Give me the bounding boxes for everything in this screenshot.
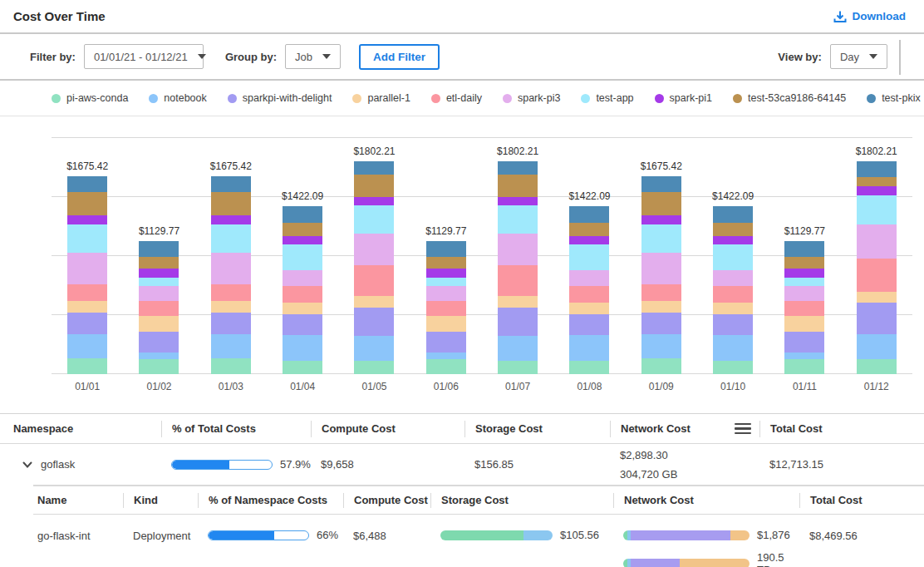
stacked-bar-01/04[interactable] bbox=[283, 206, 322, 374]
bar-segment-notebook[interactable] bbox=[426, 353, 466, 358]
bar-segment-test-app[interactable] bbox=[139, 278, 179, 287]
legend-item-pi-aws-conda[interactable]: pi-aws-conda bbox=[52, 92, 128, 104]
subcol-header-kind[interactable]: Kind bbox=[123, 493, 198, 508]
bar-segment-test-app[interactable] bbox=[713, 244, 753, 270]
bar-segment-pi-aws-conda[interactable] bbox=[784, 359, 824, 374]
bar-segment-pi-aws-conda[interactable] bbox=[857, 359, 897, 374]
bar-segment-spark-pi1[interactable] bbox=[641, 215, 681, 224]
bar-segment-parallel-1[interactable] bbox=[139, 316, 179, 332]
bar-segment-sparkpi-with-delight[interactable] bbox=[713, 314, 753, 336]
bar-segment-etl-daily[interactable] bbox=[354, 265, 394, 296]
stacked-bar-01/06[interactable] bbox=[426, 241, 466, 374]
bar-segment-spark-pi1[interactable] bbox=[784, 269, 824, 278]
bar-segment-etl-daily[interactable] bbox=[784, 301, 824, 316]
bar-segment-pi-aws-conda[interactable] bbox=[67, 358, 107, 374]
legend-item-test-app[interactable]: test-app bbox=[581, 92, 633, 104]
bar-segment-test-app[interactable] bbox=[426, 278, 466, 287]
bar-segment-spark-pi1[interactable] bbox=[354, 197, 394, 205]
stacked-bar-01/09[interactable] bbox=[641, 176, 681, 374]
bar-segment-spark-pi3[interactable] bbox=[67, 253, 107, 284]
bar-segment-sparkpi-with-delight[interactable] bbox=[354, 308, 394, 336]
bar-segment-test-app[interactable] bbox=[498, 205, 538, 234]
bar-segment-spark-pi1[interactable] bbox=[498, 197, 538, 205]
bar-segment-test-53ca9186-64145[interactable] bbox=[713, 223, 753, 236]
bar-segment-spark-pi3[interactable] bbox=[569, 270, 609, 285]
bar-segment-pi-aws-conda[interactable] bbox=[211, 358, 251, 374]
bar-segment-test-pkix[interactable] bbox=[713, 206, 753, 222]
bar-segment-notebook[interactable] bbox=[857, 334, 897, 359]
bar-segment-sparkpi-with-delight[interactable] bbox=[211, 313, 251, 334]
bar-segment-spark-pi1[interactable] bbox=[426, 269, 466, 278]
bar-segment-notebook[interactable] bbox=[784, 353, 824, 358]
bar-segment-sparkpi-with-delight[interactable] bbox=[641, 313, 681, 334]
stacked-bar-01/03[interactable] bbox=[211, 176, 251, 374]
stacked-bar-01/10[interactable] bbox=[713, 206, 753, 374]
group-by-select[interactable]: Job bbox=[285, 44, 341, 69]
bar-segment-test-53ca9186-64145[interactable] bbox=[426, 257, 466, 269]
bar-segment-sparkpi-with-delight[interactable] bbox=[498, 308, 538, 336]
view-by-select[interactable]: Day bbox=[830, 44, 887, 69]
add-filter-button[interactable]: Add Filter bbox=[359, 44, 440, 70]
bar-segment-parallel-1[interactable] bbox=[641, 301, 681, 313]
bar-segment-test-app[interactable] bbox=[857, 195, 897, 224]
stacked-bar-01/11[interactable] bbox=[784, 241, 824, 374]
column-settings-icon[interactable] bbox=[735, 421, 751, 437]
legend-item-spark-pi3[interactable]: spark-pi3 bbox=[503, 92, 560, 104]
col-header-compute[interactable]: Compute Cost bbox=[311, 421, 464, 437]
bar-segment-parallel-1[interactable] bbox=[713, 303, 753, 313]
bar-segment-test-pkix[interactable] bbox=[857, 161, 897, 177]
legend-item-spark-pi1[interactable]: spark-pi1 bbox=[655, 92, 712, 104]
stacked-bar-01/12[interactable] bbox=[857, 161, 897, 374]
bar-segment-test-pkix[interactable] bbox=[498, 161, 538, 175]
scrollbar[interactable] bbox=[899, 40, 901, 75]
bar-segment-test-pkix[interactable] bbox=[641, 176, 681, 192]
bar-segment-test-app[interactable] bbox=[354, 205, 394, 234]
bar-segment-spark-pi3[interactable] bbox=[211, 253, 251, 284]
bar-segment-spark-pi1[interactable] bbox=[857, 186, 897, 195]
bar-segment-notebook[interactable] bbox=[498, 336, 538, 361]
bar-segment-etl-daily[interactable] bbox=[139, 301, 179, 316]
bar-segment-spark-pi1[interactable] bbox=[67, 215, 107, 224]
bar-segment-notebook[interactable] bbox=[283, 335, 322, 361]
legend-item-sparkpi-with-delight[interactable]: sparkpi-with-delight bbox=[228, 92, 332, 104]
bar-segment-etl-daily[interactable] bbox=[283, 286, 322, 303]
legend-item-test-pkix[interactable]: test-pkix bbox=[867, 92, 921, 104]
bar-segment-etl-daily[interactable] bbox=[67, 284, 107, 301]
bar-segment-parallel-1[interactable] bbox=[569, 303, 609, 313]
bar-segment-spark-pi3[interactable] bbox=[784, 286, 824, 301]
col-header-namespace[interactable]: Namespace bbox=[13, 421, 161, 437]
bar-segment-sparkpi-with-delight[interactable] bbox=[426, 332, 466, 353]
bar-segment-notebook[interactable] bbox=[139, 353, 179, 358]
bar-segment-etl-daily[interactable] bbox=[426, 301, 466, 316]
bar-segment-pi-aws-conda[interactable] bbox=[713, 361, 753, 374]
chevron-down-icon[interactable] bbox=[22, 459, 33, 471]
bar-segment-notebook[interactable] bbox=[713, 335, 753, 361]
bar-segment-test-53ca9186-64145[interactable] bbox=[857, 177, 897, 187]
bar-segment-test-pkix[interactable] bbox=[67, 176, 107, 192]
bar-segment-notebook[interactable] bbox=[354, 336, 394, 361]
bar-segment-etl-daily[interactable] bbox=[857, 259, 897, 292]
bar-segment-etl-daily[interactable] bbox=[211, 284, 251, 301]
bar-segment-etl-daily[interactable] bbox=[641, 284, 681, 301]
stacked-bar-01/07[interactable] bbox=[498, 161, 538, 374]
bar-segment-parallel-1[interactable] bbox=[67, 301, 107, 313]
bar-segment-parallel-1[interactable] bbox=[498, 296, 538, 307]
subcol-header-name[interactable]: Name bbox=[33, 493, 123, 508]
bar-segment-test-pkix[interactable] bbox=[354, 161, 394, 175]
col-header-pct-total[interactable]: % of Total Costs bbox=[161, 421, 311, 437]
bar-segment-test-53ca9186-64145[interactable] bbox=[283, 223, 322, 236]
bar-segment-spark-pi1[interactable] bbox=[211, 215, 251, 224]
bar-segment-pi-aws-conda[interactable] bbox=[641, 358, 681, 374]
legend-item-test-53ca9186-64145[interactable]: test-53ca9186-64145 bbox=[733, 92, 846, 104]
bar-segment-notebook[interactable] bbox=[641, 334, 681, 358]
bar-segment-test-pkix[interactable] bbox=[784, 241, 824, 257]
bar-segment-pi-aws-conda[interactable] bbox=[426, 359, 466, 374]
bar-segment-pi-aws-conda[interactable] bbox=[354, 361, 394, 374]
bar-segment-spark-pi3[interactable] bbox=[283, 270, 322, 285]
bar-segment-test-pkix[interactable] bbox=[211, 176, 251, 192]
bar-segment-test-app[interactable] bbox=[641, 224, 681, 252]
col-header-storage[interactable]: Storage Cost bbox=[464, 421, 610, 437]
bar-segment-test-pkix[interactable] bbox=[283, 206, 322, 222]
stacked-bar-01/01[interactable] bbox=[67, 176, 107, 374]
bar-segment-spark-pi3[interactable] bbox=[498, 234, 538, 266]
